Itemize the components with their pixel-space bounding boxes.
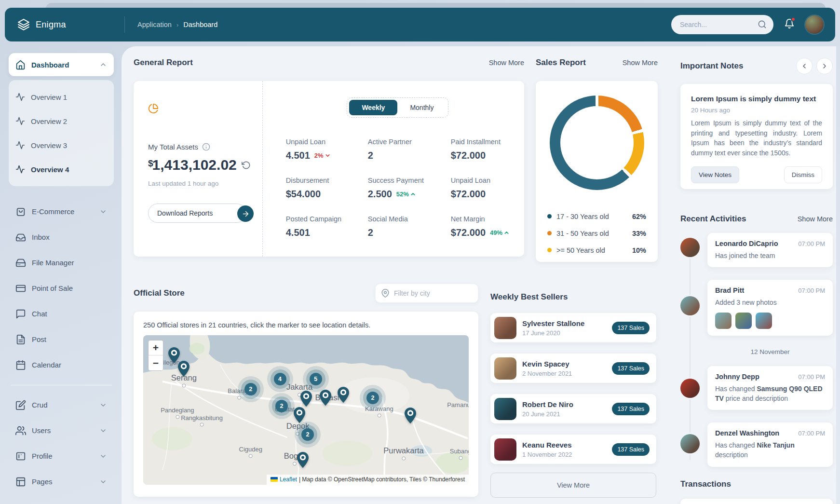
sidebar-item-overview-3[interactable]: Overview 3 xyxy=(15,133,107,157)
right-column: Important Notes Lorem Ipsum is simply du… xyxy=(680,58,833,504)
map-zoom-control: + − xyxy=(148,340,163,371)
activity-card[interactable]: Johnny Depp07:00 PM Has changed Samsung … xyxy=(707,366,833,410)
map-city-label: Pandeglang xyxy=(161,407,194,414)
sidebar-item-ecommerce[interactable]: E-Commerce xyxy=(9,199,114,224)
store-pin-marker[interactable] xyxy=(297,451,309,468)
sales-badge: 137 Sales xyxy=(612,403,650,415)
breadcrumb-current[interactable]: Dashboard xyxy=(183,21,217,28)
photo-thumbnails xyxy=(715,313,825,329)
notes-next-button[interactable] xyxy=(816,58,833,74)
sidebar-item-overview-1[interactable]: Overview 1 xyxy=(15,85,107,109)
toggle-monthly[interactable]: Monthly xyxy=(397,100,446,115)
store-pin-marker[interactable] xyxy=(404,407,417,424)
sidebar-item-calendar[interactable]: Calendar xyxy=(9,352,114,378)
best-seller-item[interactable]: Kevin Spacey2 November 2021 137 Sales xyxy=(490,354,656,383)
info-icon[interactable] xyxy=(202,143,210,151)
store-map[interactable]: + − Cilegon Serang Balaraja Jakarta Beka… xyxy=(143,335,469,485)
photo-thumbnail[interactable] xyxy=(735,313,752,329)
store-map-note: 250 Official stores in 21 countries, cli… xyxy=(143,321,469,329)
store-pin-marker[interactable] xyxy=(319,389,332,406)
profile-card-icon xyxy=(15,451,26,462)
stat-posted-campaign: Posted Campaign 4.501 xyxy=(286,215,368,238)
inbox-icon xyxy=(15,232,26,243)
report-stats-grid: Unpaid Loan 4.501 2% Active Partner 2 Pa… xyxy=(286,138,510,238)
sidebar-item-profile[interactable]: Profile xyxy=(9,443,114,469)
activity-card[interactable]: Brad Pitt07:00 PM Added 3 new photos xyxy=(707,280,833,335)
store-cluster-marker[interactable]: 4 xyxy=(274,373,286,385)
transaction-item[interactable]: Sylvester Stallone +$77 xyxy=(680,499,833,504)
activity-icon xyxy=(15,164,25,174)
delta-up-badge: 52% xyxy=(396,191,416,198)
sidebar-item-overview-4[interactable]: Overview 4 xyxy=(15,157,107,181)
important-note-card: Lorem Ipsum is simply dummy text 20 Hour… xyxy=(680,84,833,189)
users-icon xyxy=(15,425,26,436)
store-pin-marker[interactable] xyxy=(300,390,312,407)
notes-prev-button[interactable] xyxy=(796,58,813,74)
sidebar-item-dashboard[interactable]: Dashboard xyxy=(9,53,114,76)
general-report-show-more-link[interactable]: Show More xyxy=(489,59,524,67)
view-more-button[interactable]: View More xyxy=(490,473,656,498)
filter-by-city-input[interactable] xyxy=(375,284,478,303)
general-report-section: General Report Show More My Total Assets… xyxy=(134,58,524,257)
home-icon xyxy=(15,60,26,70)
leaflet-link[interactable]: Leaflet xyxy=(280,476,297,483)
refresh-icon[interactable] xyxy=(242,161,251,170)
breadcrumb-parent[interactable]: Application xyxy=(137,21,172,28)
store-cluster-marker[interactable]: 2 xyxy=(244,383,257,395)
donut-legend: 17 - 30 Years old 62% 31 - 50 Years old … xyxy=(547,208,646,259)
search-box xyxy=(671,15,773,34)
age-donut-chart[interactable] xyxy=(550,95,644,190)
sidebar-item-overview-2[interactable]: Overview 2 xyxy=(15,109,107,133)
user-avatar[interactable] xyxy=(805,15,824,34)
best-seller-item[interactable]: Robert De Niro20 June 2021 137 Sales xyxy=(490,394,656,423)
activity-card[interactable]: Denzel Washington07:00 PM Has changed Ni… xyxy=(707,422,833,467)
chevron-down-icon xyxy=(325,152,331,159)
seller-avatar xyxy=(494,317,516,339)
best-seller-item[interactable]: Keanu Reeves1 November 2022 137 Sales xyxy=(490,435,656,464)
period-toggle: Weekly Monthly xyxy=(347,97,448,118)
notification-dot xyxy=(791,17,796,22)
photo-thumbnail[interactable] xyxy=(715,313,732,329)
stat-paid-installment: Paid Installment $72.000 xyxy=(451,138,510,161)
store-cluster-marker[interactable]: 5 xyxy=(310,373,322,385)
chevron-up-icon xyxy=(410,191,416,197)
sidebar-item-pages[interactable]: Pages xyxy=(9,469,114,494)
sidebar-item-inbox[interactable]: Inbox xyxy=(9,224,114,250)
dismiss-button[interactable]: Dismiss xyxy=(784,166,822,183)
best-seller-item[interactable]: Sylvester Stallone17 June 2020 137 Sales xyxy=(490,313,656,342)
sidebar-item-users[interactable]: Users xyxy=(9,418,114,443)
view-notes-button[interactable]: View Notes xyxy=(691,166,739,183)
store-cluster-marker[interactable]: 2 xyxy=(275,400,288,412)
note-title: Lorem Ipsum is simply dummy text xyxy=(691,95,822,103)
map-city-label: Cigudeg xyxy=(239,445,262,452)
chevron-right-icon xyxy=(821,62,828,70)
activity-icon xyxy=(15,116,25,126)
store-pin-marker[interactable] xyxy=(293,407,306,423)
map-zoom-out-button[interactable]: − xyxy=(149,355,163,370)
activity-card[interactable]: Leonardo DiCaprio07:00 PM Has joined the… xyxy=(707,233,833,267)
sales-report-show-more-link[interactable]: Show More xyxy=(623,59,658,67)
general-report-card: My Total Assets $1,413,102.02 Last updat… xyxy=(134,81,524,257)
store-pin-marker[interactable] xyxy=(337,386,350,403)
photo-thumbnail[interactable] xyxy=(756,313,772,329)
legend-dot xyxy=(547,214,552,218)
brand-logo[interactable]: Enigma xyxy=(5,18,124,31)
download-reports-button[interactable]: Download Reports xyxy=(148,204,246,223)
store-cluster-marker[interactable]: 2 xyxy=(301,428,314,441)
toggle-weekly[interactable]: Weekly xyxy=(349,100,397,115)
sidebar-item-file-manager[interactable]: File Manager xyxy=(9,250,114,275)
search-icon[interactable] xyxy=(758,20,767,29)
total-assets-label: My Total Assets xyxy=(148,143,198,151)
sidebar-item-crud[interactable]: Crud xyxy=(9,392,114,418)
activities-show-more-link[interactable]: Show More xyxy=(798,215,833,223)
chevron-down-icon xyxy=(99,208,107,216)
store-cluster-marker[interactable]: 2 xyxy=(366,392,379,404)
notifications-button[interactable] xyxy=(784,18,795,31)
activities-timeline: Leonardo DiCaprio07:00 PM Has joined the… xyxy=(680,233,833,467)
map-zoom-in-button[interactable]: + xyxy=(149,341,163,355)
sidebar-item-point-of-sale[interactable]: Point of Sale xyxy=(9,275,114,301)
stat-active-partner: Active Partner 2 xyxy=(368,138,451,161)
sidebar-item-chat[interactable]: Chat xyxy=(9,301,114,327)
store-pin-marker[interactable] xyxy=(177,360,190,377)
sidebar-item-post[interactable]: Post xyxy=(9,327,114,352)
